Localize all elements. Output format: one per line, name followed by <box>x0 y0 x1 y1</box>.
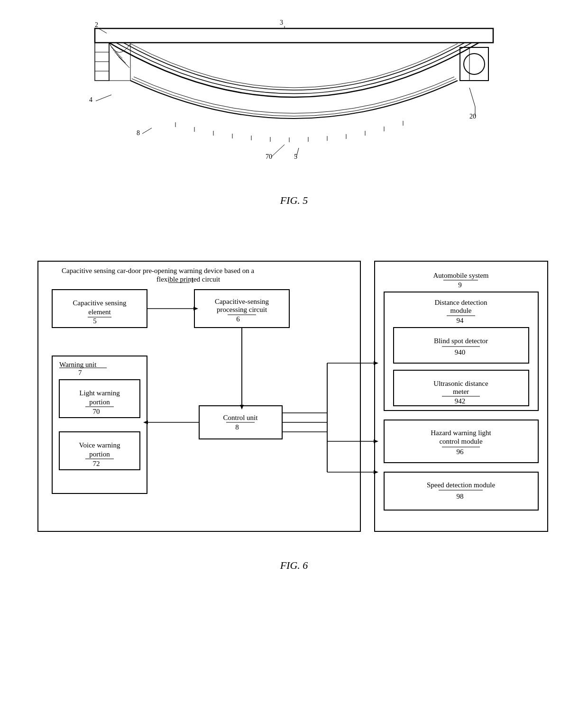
svg-text:5: 5 <box>93 317 97 325</box>
svg-rect-108 <box>384 472 538 510</box>
svg-marker-115 <box>374 439 378 443</box>
svg-text:4: 4 <box>89 96 92 103</box>
svg-line-41 <box>469 88 475 107</box>
svg-text:94: 94 <box>457 317 464 324</box>
fig5-caption: FIG. 5 <box>280 194 308 207</box>
fig6-wrapper: Capacitive sensing car-door pre-opening … <box>33 235 555 550</box>
svg-text:8: 8 <box>235 423 239 431</box>
svg-marker-80 <box>143 420 148 424</box>
svg-text:Hazard warning light: Hazard warning light <box>431 429 491 437</box>
svg-text:module: module <box>450 307 472 314</box>
svg-text:Warning unit: Warning unit <box>59 361 97 368</box>
svg-line-10 <box>119 57 129 68</box>
fig5-diagram: 2 3 <box>81 19 507 180</box>
svg-text:9: 9 <box>458 281 462 289</box>
svg-text:70: 70 <box>93 408 100 415</box>
svg-text:Automobile system: Automobile system <box>433 272 488 279</box>
svg-line-7 <box>113 50 126 63</box>
svg-point-25 <box>464 54 485 74</box>
svg-text:Voice warning: Voice warning <box>79 441 120 449</box>
svg-text:96: 96 <box>457 448 464 456</box>
svg-text:2: 2 <box>95 21 98 28</box>
svg-text:flexible printed circuit: flexible printed circuit <box>156 275 220 283</box>
page-container: 2 3 <box>0 0 588 581</box>
svg-text:5: 5 <box>294 153 297 160</box>
fig6-section: Capacitive sensing car-door pre-opening … <box>19 235 569 572</box>
svg-text:processing circuit: processing circuit <box>217 306 267 313</box>
svg-rect-52 <box>52 356 147 493</box>
svg-text:Speed detection module: Speed detection module <box>427 481 495 489</box>
svg-text:6: 6 <box>236 315 240 323</box>
svg-marker-76 <box>193 307 198 310</box>
svg-line-34 <box>142 128 152 134</box>
svg-line-32 <box>96 95 111 101</box>
fig6-caption: FIG. 6 <box>280 559 308 572</box>
svg-text:1: 1 <box>191 276 194 284</box>
svg-text:8: 8 <box>137 129 140 137</box>
svg-rect-94 <box>394 328 529 363</box>
svg-text:940: 940 <box>455 348 466 356</box>
svg-text:Capacitive-sensing: Capacitive-sensing <box>215 298 269 305</box>
svg-text:element: element <box>88 308 111 316</box>
svg-text:Light warning: Light warning <box>79 389 120 397</box>
svg-text:942: 942 <box>455 397 466 405</box>
svg-marker-117 <box>374 470 378 474</box>
svg-text:control module: control module <box>439 438 483 445</box>
svg-text:7: 7 <box>78 369 82 376</box>
svg-text:72: 72 <box>93 460 100 467</box>
svg-line-36 <box>271 145 285 157</box>
svg-text:Capacitive sensing: Capacitive sensing <box>73 299 127 307</box>
svg-text:98: 98 <box>457 493 464 500</box>
svg-line-38 <box>296 148 299 157</box>
svg-text:portion: portion <box>89 398 110 406</box>
svg-line-2 <box>99 28 107 33</box>
svg-text:3: 3 <box>280 19 283 26</box>
svg-rect-0 <box>95 28 493 43</box>
svg-text:Distance detection: Distance detection <box>434 299 487 306</box>
svg-text:Blind spot detector: Blind spot detector <box>434 337 488 345</box>
svg-text:meter: meter <box>453 388 469 395</box>
fig5-section: 2 3 <box>19 9 569 207</box>
svg-text:Control unit: Control unit <box>223 414 258 421</box>
svg-text:Ultrasonic distance: Ultrasonic distance <box>433 380 488 387</box>
svg-text:Capacitive sensing car-door pr: Capacitive sensing car-door pre-opening … <box>62 267 255 274</box>
svg-marker-113 <box>374 361 378 365</box>
svg-text:portion: portion <box>89 450 110 458</box>
